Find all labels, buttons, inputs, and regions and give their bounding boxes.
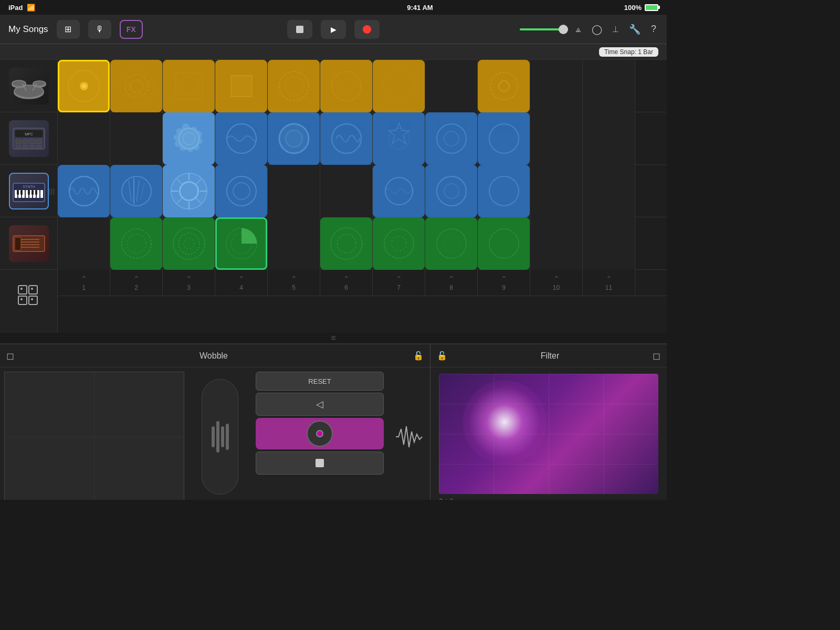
record-button[interactable] bbox=[354, 20, 380, 39]
col-9[interactable]: ⌃ 9 bbox=[478, 270, 530, 296]
wobble-touch-grid[interactable] bbox=[4, 372, 184, 500]
my-songs-button[interactable]: My Songs bbox=[8, 24, 48, 35]
grid-cell-2-10[interactable] bbox=[530, 112, 583, 165]
col-3[interactable]: ⌃ 3 bbox=[163, 270, 215, 296]
grid-cell-1-11[interactable] bbox=[583, 60, 635, 112]
wobble-pad-br[interactable] bbox=[94, 437, 184, 500]
grid-cell-3-11[interactable] bbox=[583, 165, 635, 217]
clip-waveform-active bbox=[220, 223, 262, 265]
grid-cell-2-11[interactable] bbox=[583, 112, 635, 165]
grid-cell-3-9[interactable] bbox=[478, 165, 530, 217]
grid-cell-1-9[interactable] bbox=[478, 60, 530, 112]
filter-panel-icon[interactable]: ◻ bbox=[653, 350, 660, 362]
grid-cell-1-7[interactable] bbox=[373, 60, 425, 112]
grid-cell-4-2[interactable] bbox=[110, 217, 163, 270]
fx-button[interactable]: FX bbox=[120, 20, 143, 39]
wobble-pad-tl[interactable] bbox=[5, 372, 94, 437]
wobble-stop-button[interactable] bbox=[256, 452, 384, 475]
col-7[interactable]: ⌃ 7 bbox=[373, 270, 425, 296]
volume-slider[interactable] bbox=[520, 28, 567, 30]
wobble-pad-tr[interactable] bbox=[94, 372, 184, 437]
grid-view-button[interactable] bbox=[0, 270, 57, 322]
wobble-content: RESET ◁ bbox=[0, 368, 430, 500]
grid-cell-2-1[interactable] bbox=[58, 112, 110, 165]
grid-cell-4-4[interactable] bbox=[215, 217, 268, 270]
wobble-slider-track[interactable] bbox=[202, 379, 238, 495]
grid-cell-1-4[interactable] bbox=[215, 60, 268, 112]
grid-cell-4-10[interactable] bbox=[530, 217, 583, 270]
grid-cell-3-4[interactable] bbox=[215, 165, 268, 217]
time-snap-bar: Time Snap: 1 Bar bbox=[0, 44, 667, 60]
filter-visualization[interactable]: Resonance bbox=[439, 374, 658, 494]
grid-cell-2-8[interactable] bbox=[425, 112, 478, 165]
grid-cell-3-5[interactable] bbox=[268, 165, 320, 217]
grid-cell-1-10[interactable] bbox=[530, 60, 583, 112]
mixer-button[interactable]: ⟂ bbox=[611, 22, 621, 37]
grid-cell-1-6[interactable] bbox=[320, 60, 373, 112]
grid-cell-4-5[interactable] bbox=[268, 217, 320, 270]
metronome-button[interactable]: ⟁ bbox=[573, 22, 583, 37]
svg-point-47 bbox=[31, 298, 33, 300]
wobble-back-button[interactable]: ◁ bbox=[256, 393, 384, 416]
play-button[interactable]: ▶ bbox=[321, 20, 346, 39]
col-10[interactable]: ⌃ 10 bbox=[530, 270, 583, 296]
instrument-drum-machine[interactable]: MPC bbox=[0, 112, 57, 165]
grid-cell-4-3[interactable] bbox=[163, 217, 215, 270]
col-11[interactable]: ⌃ 11 bbox=[583, 270, 635, 296]
grid-cell-2-6[interactable] bbox=[320, 112, 373, 165]
grid-cell-3-10[interactable] bbox=[530, 165, 583, 217]
layout-button[interactable]: ⊞ bbox=[57, 20, 80, 39]
col-1[interactable]: ⌃ 1 bbox=[58, 270, 110, 296]
wobble-lock-icon[interactable]: 🔓 bbox=[413, 351, 424, 361]
settings-button[interactable]: 🔧 bbox=[627, 22, 643, 37]
grid-cell-1-8[interactable] bbox=[425, 60, 478, 112]
instrument-drums[interactable] bbox=[0, 60, 57, 112]
grid-cell-1-5[interactable] bbox=[268, 60, 320, 112]
grid-cell-2-5[interactable] bbox=[268, 112, 320, 165]
help-button[interactable]: ? bbox=[649, 22, 658, 37]
grid-cell-3-2[interactable] bbox=[110, 165, 163, 217]
grid-cell-3-8[interactable] bbox=[425, 165, 478, 217]
col-2[interactable]: ⌃ 2 bbox=[110, 270, 163, 296]
grid-cell-1-2[interactable] bbox=[110, 60, 163, 112]
grid-cell-4-1[interactable] bbox=[58, 217, 110, 270]
record-dot bbox=[363, 25, 371, 34]
grid-cell-2-3[interactable] bbox=[163, 112, 215, 165]
grid-cell-4-8[interactable] bbox=[425, 217, 478, 270]
wobble-panel-icon[interactable]: ◻ bbox=[6, 350, 14, 362]
grid-cell-4-6[interactable] bbox=[320, 217, 373, 270]
svg-point-72 bbox=[444, 131, 459, 146]
grid-cell-2-9[interactable] bbox=[478, 112, 530, 165]
grid-cell-1-3[interactable] bbox=[163, 60, 215, 112]
instrument-bass[interactable] bbox=[0, 217, 57, 270]
grid-cell-3-3[interactable] bbox=[163, 165, 215, 217]
svg-rect-42 bbox=[18, 296, 27, 304]
time-snap-badge[interactable]: Time Snap: 1 Bar bbox=[599, 47, 658, 57]
grid-cell-2-2[interactable] bbox=[110, 112, 163, 165]
grid-cell-4-9[interactable] bbox=[478, 217, 530, 270]
filter-lock-icon[interactable]: 🔓 bbox=[437, 351, 447, 361]
col-5[interactable]: ⌃ 5 bbox=[268, 270, 320, 296]
col-6[interactable]: ⌃ 6 bbox=[320, 270, 373, 296]
battery-fill bbox=[646, 5, 657, 10]
grid-cell-2-7[interactable] bbox=[373, 112, 425, 165]
grid-cell-1-1[interactable] bbox=[58, 60, 110, 112]
wobble-play-area[interactable] bbox=[256, 418, 384, 449]
panel-drag[interactable]: ≡ bbox=[0, 333, 667, 343]
wobble-pad-bl[interactable] bbox=[5, 437, 94, 500]
grid-cell-3-7[interactable] bbox=[373, 165, 425, 217]
svg-rect-56 bbox=[231, 76, 252, 97]
headphone-button[interactable]: ◯ bbox=[590, 22, 604, 37]
microphone-button[interactable]: 🎙 bbox=[88, 20, 111, 39]
wobble-reset-button[interactable]: RESET bbox=[256, 372, 384, 391]
grid-cell-4-7[interactable] bbox=[373, 217, 425, 270]
grid-cell-4-11[interactable] bbox=[583, 217, 635, 270]
svg-point-104 bbox=[337, 234, 356, 253]
grid-cell-3-6[interactable] bbox=[320, 165, 373, 217]
col-8[interactable]: ⌃ 8 bbox=[425, 270, 478, 296]
grid-cell-2-4[interactable] bbox=[215, 112, 268, 165]
stop-transport-button[interactable] bbox=[287, 20, 312, 39]
col-4[interactable]: ⌃ 4 bbox=[215, 270, 268, 296]
grid-cell-3-1[interactable] bbox=[58, 165, 110, 217]
instrument-synth[interactable]: SYNTH ||| bbox=[0, 165, 57, 217]
